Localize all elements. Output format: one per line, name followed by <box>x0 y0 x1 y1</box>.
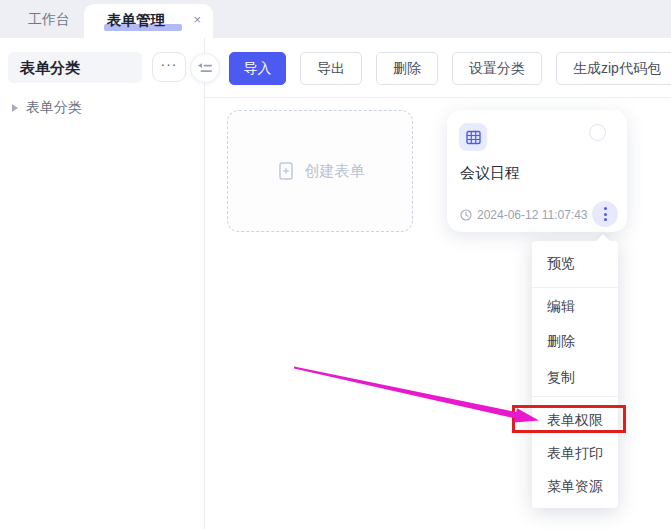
import-button[interactable]: 导入 <box>229 52 286 85</box>
sidebar-more-button[interactable]: ··· <box>152 52 186 82</box>
sidebar-collapse-button[interactable] <box>190 53 220 83</box>
sidebar-tree-item-form-category[interactable]: 表单分类 <box>12 98 82 118</box>
card-select-checkbox[interactable] <box>589 124 606 141</box>
sidebar-title: 表单分类 <box>8 52 142 83</box>
delete-button[interactable]: 删除 <box>376 52 438 85</box>
menu-item-preview[interactable]: 预览 <box>532 241 618 287</box>
generate-zip-button[interactable]: 生成zip代码包 <box>556 52 671 85</box>
card-actions-button[interactable] <box>592 201 618 227</box>
app-window: 工作台 表单管理 × 表单分类 ··· 表单分类 导入 导出 删除 设置分类 生… <box>0 0 671 529</box>
tab-form-management[interactable]: 表单管理 × <box>84 4 213 38</box>
form-type-chip <box>459 123 487 151</box>
tab-label: 表单管理 <box>107 4 165 38</box>
menu-item-menu-resource[interactable]: 菜单资源 <box>532 470 618 503</box>
menu-item-delete[interactable]: 删除 <box>532 325 618 359</box>
close-icon[interactable]: × <box>189 4 205 38</box>
toolbar: 导入 导出 删除 设置分类 生成zip代码包 <box>229 52 671 85</box>
annotation-highlight-box <box>512 405 626 433</box>
card-timestamp: 2024-06-12 11:07:43 <box>477 208 588 222</box>
menu-item-copy[interactable]: 复制 <box>532 359 618 396</box>
menu-divider <box>532 396 618 397</box>
kebab-menu-icon <box>604 207 607 210</box>
card-context-menu: 预览 编辑 删除 复制 表单权限 表单打印 菜单资源 <box>532 241 618 508</box>
toolbar-divider <box>205 97 671 98</box>
create-form-button[interactable]: 创建表单 <box>227 110 413 232</box>
tab-workbench[interactable]: 工作台 <box>28 0 70 38</box>
collapse-sidebar-icon <box>197 62 213 75</box>
form-card[interactable]: 会议日程 2024-06-12 11:07:43 <box>447 110 627 232</box>
set-category-button[interactable]: 设置分类 <box>452 52 542 85</box>
clock-icon <box>460 209 472 221</box>
table-icon <box>466 130 481 145</box>
tab-bar: 工作台 表单管理 × <box>0 0 671 38</box>
caret-right-icon <box>12 104 18 112</box>
create-form-label: 创建表单 <box>305 162 365 181</box>
menu-item-form-print[interactable]: 表单打印 <box>532 437 618 470</box>
tree-item-label: 表单分类 <box>26 99 82 117</box>
sidebar: 表单分类 ··· 表单分类 <box>0 38 205 529</box>
export-button[interactable]: 导出 <box>300 52 362 85</box>
menu-item-edit[interactable]: 编辑 <box>532 288 618 325</box>
document-plus-icon <box>276 161 296 181</box>
card-footer: 2024-06-12 11:07:43 <box>460 208 588 222</box>
form-card-title: 会议日程 <box>460 164 520 183</box>
